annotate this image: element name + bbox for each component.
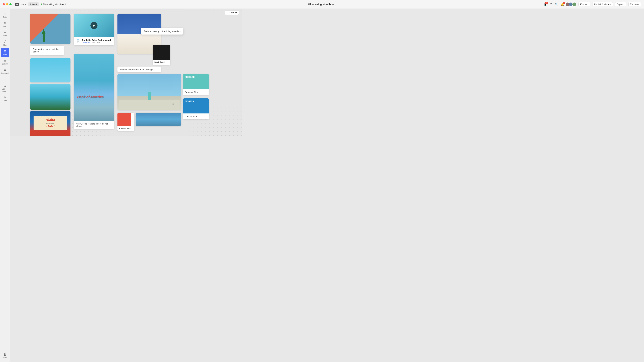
tab-moodboard[interactable]: Filmmaking Moodboard xyxy=(39,2,68,6)
sidebar-item-todo[interactable]: ≡ To-do xyxy=(1,29,10,38)
fountain-blue-hex: #5EC5BE xyxy=(185,76,195,78)
moodboard-tab-dot xyxy=(40,3,42,5)
column-icon: ▭ xyxy=(4,59,6,62)
desert-dryness-note[interactable]: Capture the dryness of the desert xyxy=(30,46,64,55)
sidebar-item-note[interactable]: ☰ Note xyxy=(1,11,10,19)
sidebar-column-label: Column xyxy=(2,63,8,65)
file-icon: 📄 xyxy=(76,39,80,43)
curious-blue-card[interactable]: #2587C8 Curious Blue xyxy=(183,98,209,119)
tab-moodboard-label: Filmmaking Moodboard xyxy=(43,3,66,5)
black-pearl-image xyxy=(153,45,170,60)
coral-wall-card[interactable] xyxy=(30,14,70,44)
palms-sky-image xyxy=(30,58,70,82)
textural-text: Textural closeups of building materials xyxy=(144,30,180,32)
video-title: Poolside Palm Springs.mp4 xyxy=(82,39,111,41)
fountain-blue-card[interactable]: #5EC5BE Fountain Blue xyxy=(183,74,209,95)
sidebar-add-image-label: Add image xyxy=(2,88,8,92)
palms-bottom-image xyxy=(30,84,70,110)
coral-wall-image xyxy=(30,14,70,44)
video-download: Download · 136.7 MB xyxy=(82,41,111,43)
tab-work-label: Work xyxy=(32,3,37,5)
close-button[interactable] xyxy=(3,3,5,5)
moodboard-board: Capture the dryness of the desert Aloha … xyxy=(10,9,242,136)
bank-building-image: Bank of America xyxy=(74,54,114,121)
sidebar: ☰ Note ⊕ Link ≡ To-do ╱ Line ⊞ Board ▭ C… xyxy=(0,9,10,136)
red-damask-label: Red Damask xyxy=(119,127,131,130)
unsorted-button[interactable]: 0 Unsorted xyxy=(225,10,239,15)
app-icon: M xyxy=(15,3,19,6)
minimize-button[interactable] xyxy=(6,3,8,5)
sidebar-link-label: Link xyxy=(3,26,6,27)
desert-dryness-text: Capture the dryness of the desert xyxy=(33,48,58,53)
draw-icon: ✏ xyxy=(4,95,6,99)
sidebar-line-label: Line xyxy=(3,44,6,46)
board-icon: ⊞ xyxy=(4,49,6,53)
sidebar-item-link[interactable]: ⊕ Link xyxy=(1,20,10,29)
sidebar-todo-label: To-do xyxy=(3,35,7,37)
curious-blue-hex: #2587C8 xyxy=(185,100,194,103)
red-damask-card[interactable]: Red Damask xyxy=(118,113,134,131)
palms-bottom-card[interactable] xyxy=(30,84,70,110)
line-icon: ╱ xyxy=(4,40,6,44)
curious-blue-name: Curious Blue xyxy=(183,113,209,119)
note-icon: ☰ xyxy=(4,12,6,16)
black-pearl-card[interactable]: Black Pearl xyxy=(153,45,170,65)
palms-sky-card[interactable] xyxy=(30,58,70,82)
tab-home[interactable]: M Home xyxy=(14,2,28,7)
palms-blue-image xyxy=(136,113,181,126)
minimal-text: Minimal and uninterrupted footage xyxy=(120,68,153,71)
sidebar-item-more[interactable]: ··· xyxy=(1,76,10,82)
sidebar-item-comment[interactable]: ≡ Comment xyxy=(1,67,10,75)
video-info: 📄 Poolside Palm Springs.mp4 Download · 1… xyxy=(74,37,114,45)
titlebar: M Home Work Filmmaking Moodboard Filmmak… xyxy=(0,0,242,9)
mid-century-card[interactable]: 2244 xyxy=(118,74,181,110)
canvas[interactable]: 0 Unsorted Capture the dryness of the de… xyxy=(10,9,242,136)
yellow-sepia-caption: Yellow sepia tones to reflect the hot cl… xyxy=(74,121,114,129)
link-icon: ⊕ xyxy=(4,21,6,25)
sidebar-item-column[interactable]: ▭ Column xyxy=(1,57,10,66)
todo-icon: ≡ xyxy=(4,31,6,34)
video-size-value: 136.7 MB xyxy=(92,41,100,43)
palms-blue-card[interactable] xyxy=(136,113,181,126)
aloha-hotel-image: Aloha POOL TV-A Hotel xyxy=(30,111,70,136)
sidebar-comment-label: Comment xyxy=(1,72,8,74)
sidebar-item-add-image[interactable]: 🖼 Add image xyxy=(1,83,10,93)
black-pearl-label: Black Pearl xyxy=(154,61,164,63)
minimal-label-card[interactable]: Minimal and uninterrupted footage xyxy=(118,67,161,72)
sidebar-note-label: Note xyxy=(3,16,7,18)
traffic-lights xyxy=(3,3,12,5)
video-card[interactable]: ▶ 📄 Poolside Palm Springs.mp4 Download ·… xyxy=(74,14,114,45)
red-damask-image xyxy=(118,113,131,126)
sidebar-item-line[interactable]: ╱ Line xyxy=(1,39,10,47)
bank-building-card[interactable]: Bank of America Yellow sepia tones to re… xyxy=(74,54,114,129)
aloha-hotel-card[interactable]: Aloha POOL TV-A Hotel xyxy=(30,111,70,136)
comment-icon: ≡ xyxy=(4,68,6,72)
mid-century-image: 2244 xyxy=(118,74,181,110)
yellow-sepia-text: Yellow sepia tones to reflect the hot cl… xyxy=(76,123,108,127)
tab-home-label: Home xyxy=(20,3,26,5)
play-button[interactable]: ▶ xyxy=(90,22,98,29)
sidebar-draw-label: Draw xyxy=(3,100,7,101)
add-image-icon: 🖼 xyxy=(4,84,6,88)
tab-work[interactable]: Work xyxy=(28,2,39,6)
sidebar-item-board[interactable]: ⊞ Board xyxy=(1,48,10,57)
sidebar-board-label: Board xyxy=(3,54,7,55)
textural-tooltip: Textural closeups of building materials xyxy=(141,28,183,34)
work-tab-dot xyxy=(30,3,32,5)
more-icon: ··· xyxy=(4,77,6,81)
maximize-button[interactable] xyxy=(10,3,12,5)
sidebar-item-draw[interactable]: ✏ Draw xyxy=(1,94,10,103)
fountain-blue-name: Fountain Blue xyxy=(183,89,209,95)
download-link[interactable]: Download xyxy=(82,41,90,43)
